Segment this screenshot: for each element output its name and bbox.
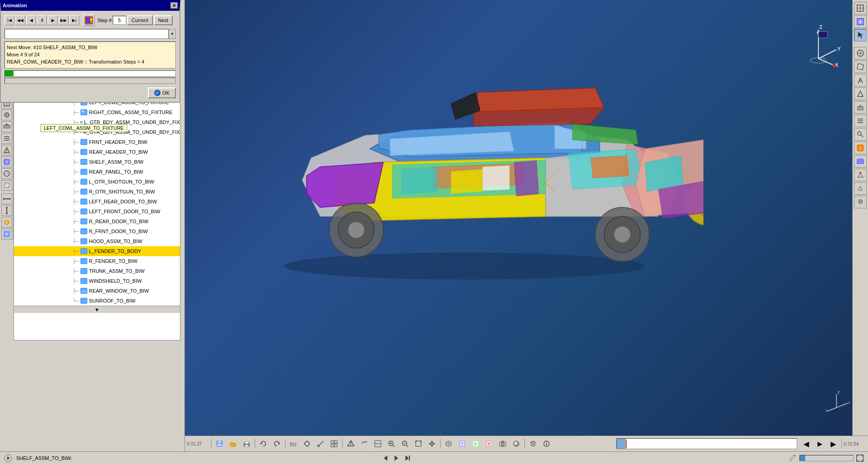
prev-button[interactable]: ◀◀ <box>15 15 25 25</box>
move-dropdown-button[interactable]: ▼ <box>169 29 176 39</box>
tb-rotate[interactable] <box>358 438 371 450</box>
tree-item-7[interactable]: ├─ REAR_PANEL_TO_BIW <box>14 167 180 177</box>
tree-item-14[interactable]: ├─ HOOD_ASSM_TO_BIW <box>14 236 180 246</box>
tb-grid[interactable] <box>328 438 340 450</box>
tb-camera[interactable] <box>496 438 509 450</box>
tree-item-16[interactable]: ├─ R_FENDER_TO_BIW <box>14 256 180 266</box>
toolbar-icon-10[interactable] <box>1 205 12 216</box>
toolbar-icon-6[interactable]: S <box>1 156 12 167</box>
rt-btn-2[interactable]: ▼ <box>854 15 867 28</box>
last-frame-button[interactable]: ▶| <box>69 15 79 25</box>
tb-play-step[interactable]: ▶ <box>813 438 826 450</box>
tree-item-13[interactable]: ├─ R_FRNT_DOOR_TO_BIW <box>14 226 180 236</box>
tb-props[interactable]: i <box>540 438 553 450</box>
dialog-close-button[interactable]: ✕ <box>170 2 178 9</box>
toolbar-icon-5[interactable] <box>1 145 12 156</box>
toolbar-icon-11[interactable]: ! <box>1 217 12 228</box>
next-button[interactable]: Next <box>154 15 173 25</box>
tree-item-6[interactable]: ├─ SHELF_ASSM_TO_BIW <box>14 157 180 167</box>
rt-btn-7[interactable] <box>854 101 867 114</box>
tree-item-19[interactable]: ├─ REAR_WINDOW_TO_BIW <box>14 286 180 296</box>
status-next-icon[interactable] <box>403 454 412 463</box>
rt-btn-6[interactable] <box>854 87 867 100</box>
status-prev-icon[interactable] <box>381 454 390 463</box>
toolbar-icon-9[interactable] <box>1 193 12 204</box>
rt-btn-4[interactable] <box>854 60 867 73</box>
rt-btn-11[interactable] <box>854 155 867 168</box>
tb-zoom-in[interactable] <box>385 438 398 450</box>
tb-print[interactable] <box>240 438 253 450</box>
tb-next-step[interactable]: ▶ <box>827 438 840 450</box>
tb-shading[interactable] <box>510 438 523 450</box>
rt-btn-10[interactable]: ! <box>854 142 867 154</box>
tree-item-4[interactable]: ├─ FRNT_HEADER_TO_BIW <box>14 137 180 147</box>
toolbar-icon-7[interactable] <box>1 168 12 179</box>
tb-function[interactable]: f(x) <box>287 438 300 450</box>
timeline-bar[interactable] <box>616 438 797 449</box>
tree-item-9[interactable]: ├─ R_OTR_SHOTGUN_TO_BIW <box>14 187 180 197</box>
tb-scale[interactable] <box>372 438 384 450</box>
tb-view-front[interactable]: F <box>469 438 482 450</box>
svg-text:R: R <box>488 442 491 446</box>
3d-viewport[interactable]: Z Y X <box>185 0 868 436</box>
step-input[interactable] <box>113 16 126 25</box>
current-button[interactable]: Current <box>127 15 153 25</box>
rt-btn-5[interactable] <box>854 74 867 87</box>
tree-item-1[interactable]: ├─ RIGHT_COWL_ASSM_TO_FIXTURE <box>14 107 180 117</box>
playback-controls: |◀ ◀◀ ◀ ⏸ ▶ ▶▶ ▶| <box>3 13 178 28</box>
ok-button[interactable]: ✓ OK <box>148 87 176 98</box>
tb-view-right[interactable]: R <box>483 438 496 450</box>
play-button[interactable]: ▶ <box>48 15 58 25</box>
rt-btn-3[interactable] <box>854 47 867 60</box>
tb-view-iso[interactable] <box>442 438 455 450</box>
next-frame-button[interactable]: ▶▶ <box>59 15 69 25</box>
tree-scroll-down[interactable]: ▼ <box>14 306 180 313</box>
tree-item-5[interactable]: ├─ REAR_HEADER_TO_BIW <box>14 147 180 157</box>
tree-item-12[interactable]: ├─ R_REAR_DOOR_TO_BIW <box>14 216 180 226</box>
tree-item-3[interactable]: ├─ R_OTR_BDY_ASSM_TO_UNDR_BDY_FIX <box>14 127 180 137</box>
svg-marker-182 <box>405 455 409 461</box>
record-icon-button[interactable] <box>83 14 95 26</box>
rt-btn-8[interactable] <box>854 115 867 127</box>
rt-btn-cursor[interactable] <box>854 29 867 41</box>
prev-frame-button[interactable]: ◀ <box>26 15 36 25</box>
tree-item-2[interactable]: ├─ L_OTR_BDY_ASSM_TO_UNDR_BDY_FIX <box>14 117 180 127</box>
tree-item-15[interactable]: ├─ L_FENDER_TO_BODY <box>14 246 180 256</box>
fit-icon[interactable] <box>855 454 864 463</box>
tb-open[interactable] <box>227 438 239 450</box>
tree-item-20[interactable]: └─ SUNROOF_TO_BIW <box>14 296 180 306</box>
rt-btn-1[interactable] <box>854 2 867 14</box>
rt-btn-12[interactable] <box>854 169 867 181</box>
tb-snap[interactable] <box>301 438 313 450</box>
toolbar-icon-4[interactable] <box>1 133 12 144</box>
tree-item-8[interactable]: ├─ L_OTR_SHOTGUN_TO_BIW <box>14 177 180 187</box>
tb-view-top[interactable]: T <box>456 438 468 450</box>
tb-layers[interactable] <box>527 438 539 450</box>
toolbar-icon-12[interactable]: F <box>1 229 12 239</box>
tree-item-10[interactable]: ├─ LEFT_REAR_DOOR_TO_BIW <box>14 197 180 207</box>
tb-pan[interactable] <box>426 438 438 450</box>
tb-measure[interactable] <box>314 438 327 450</box>
toolbar-icon-8[interactable] <box>1 180 12 191</box>
rt-btn-9[interactable] <box>854 128 867 141</box>
toolbar-icon-3[interactable] <box>1 121 12 132</box>
rt-btn-14[interactable]: ⚙ <box>854 196 867 208</box>
move-name-input[interactable]: 9 REAR_HEADER_TO_BIW <box>5 29 169 39</box>
tb-zoom-fit[interactable] <box>412 438 425 450</box>
rt-btn-13[interactable] <box>854 182 867 195</box>
tb-redo[interactable] <box>271 438 283 450</box>
tb-zoom-out[interactable] <box>399 438 411 450</box>
tree-item-17[interactable]: ├─ TRUNK_ASSM_TO_BIW <box>14 266 180 276</box>
status-play-icon-2[interactable] <box>392 454 401 463</box>
tb-save[interactable] <box>213 438 226 450</box>
tree-item-18[interactable]: ├─ WINDSHIELD_TO_BIW <box>14 276 180 286</box>
tb-transform[interactable] <box>344 438 357 450</box>
tree-item-label-10: LEFT_REAR_DOOR_TO_BIW <box>89 199 157 204</box>
tree-item-11[interactable]: ├─ LEFT_FRONT_DOOR_TO_BIW <box>14 207 180 216</box>
tb-prev-step[interactable]: ◀ <box>800 438 813 450</box>
progress-track[interactable] <box>5 78 176 84</box>
toolbar-icon-2[interactable] <box>1 110 12 120</box>
pause-button[interactable]: ⏸ <box>37 15 47 25</box>
first-frame-button[interactable]: |◀ <box>5 15 14 25</box>
tb-undo[interactable] <box>257 438 270 450</box>
